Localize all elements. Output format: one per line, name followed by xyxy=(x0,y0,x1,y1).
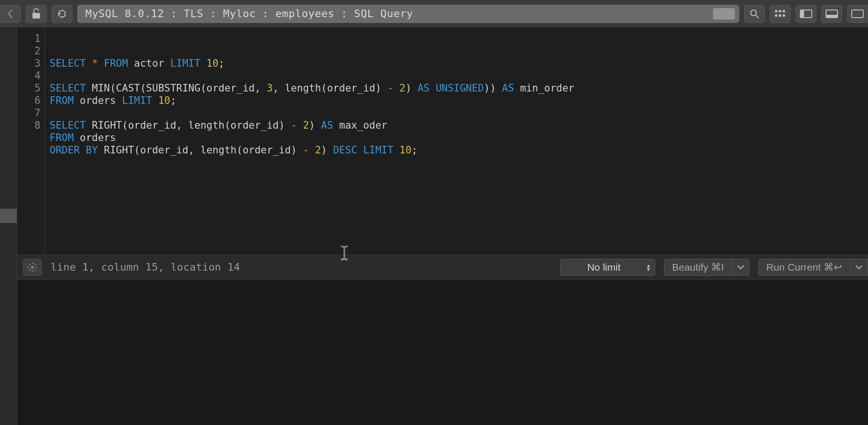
run-current-button[interactable]: Run Current ⌘↩ xyxy=(758,259,850,276)
code-line: SELECT * FROM actor LIMIT 10; xyxy=(50,57,868,70)
run-dropdown-button[interactable] xyxy=(850,259,868,276)
panel-outline-icon xyxy=(851,10,864,18)
line-number: 1 xyxy=(17,32,44,45)
top-toolbar: MySQL 8.0.12 : TLS : Myloc : employees :… xyxy=(0,0,868,28)
code-line: SELECT RIGHT(order_id, length(order_id) … xyxy=(50,119,868,132)
run-label: Run Current ⌘↩ xyxy=(766,262,842,273)
sidebar-item-fragment[interactable] xyxy=(0,209,17,223)
grid-icon xyxy=(775,10,785,18)
line-number: 3 xyxy=(17,57,44,70)
lock-open-icon xyxy=(31,8,41,20)
beautify-button-group: Beautify ⌘I xyxy=(664,259,750,276)
svg-rect-2 xyxy=(775,10,777,12)
svg-rect-5 xyxy=(775,14,777,17)
connection-breadcrumb[interactable]: MySQL 8.0.12 : TLS : Myloc : employees :… xyxy=(77,5,739,23)
svg-rect-4 xyxy=(783,10,785,12)
code-line: FROM orders LIMIT 10; xyxy=(50,94,868,107)
code-line xyxy=(50,70,868,82)
chevron-left-icon xyxy=(7,9,14,19)
breadcrumb-badge xyxy=(713,8,735,20)
beautify-dropdown-button[interactable] xyxy=(732,259,750,276)
stepper-icon: ▲▼ xyxy=(646,263,651,271)
search-button[interactable] xyxy=(744,5,765,23)
row-limit-label: No limit xyxy=(587,262,620,273)
line-number: 8 xyxy=(17,119,44,132)
sql-editor[interactable]: 12345678 SELECT * FROM actor LIMIT 10; S… xyxy=(17,28,868,254)
panel-left-icon xyxy=(800,10,812,18)
panel-left-button[interactable] xyxy=(796,5,816,23)
svg-rect-7 xyxy=(783,14,785,17)
panel-bottom-button[interactable] xyxy=(821,5,842,23)
row-limit-select[interactable]: No limit ▲▼ xyxy=(560,259,655,276)
settings-button[interactable] xyxy=(23,259,42,276)
code-line xyxy=(50,107,868,119)
search-icon xyxy=(749,9,760,19)
left-sidebar: ory e xyxy=(0,28,17,425)
history-back-button[interactable] xyxy=(0,5,21,23)
lock-button[interactable] xyxy=(26,5,47,23)
line-number: 7 xyxy=(17,107,44,119)
chevron-down-icon xyxy=(855,265,863,270)
code-area[interactable]: SELECT * FROM actor LIMIT 10; SELECT MIN… xyxy=(45,28,868,254)
main-area: ory e 12345678 SELECT * FROM actor LIMIT… xyxy=(0,28,868,425)
gear-icon xyxy=(27,262,38,273)
svg-rect-9 xyxy=(800,10,804,18)
editor-statusbar: line 1, column 15, location 14 No limit … xyxy=(17,254,868,279)
line-number: 4 xyxy=(17,70,44,82)
code-line: ORDER BY RIGHT(order_id, length(order_id… xyxy=(50,144,868,156)
panel-right-button[interactable] xyxy=(847,5,868,23)
beautify-button[interactable]: Beautify ⌘I xyxy=(664,259,732,276)
run-button-group: Run Current ⌘↩ xyxy=(758,259,868,276)
beautify-label: Beautify ⌘I xyxy=(672,262,724,273)
svg-rect-6 xyxy=(779,14,781,17)
apps-grid-button[interactable] xyxy=(770,5,791,23)
line-number: 5 xyxy=(17,82,44,94)
line-number: 6 xyxy=(17,94,44,107)
results-pane xyxy=(17,279,868,425)
content-column: 12345678 SELECT * FROM actor LIMIT 10; S… xyxy=(17,28,868,425)
line-number-gutter: 12345678 xyxy=(17,28,45,254)
chevron-down-icon xyxy=(737,265,744,270)
code-line: FROM orders xyxy=(50,132,868,144)
svg-point-13 xyxy=(31,265,34,269)
svg-rect-3 xyxy=(779,10,781,12)
refresh-button[interactable] xyxy=(52,5,72,23)
svg-point-1 xyxy=(751,10,756,16)
cursor-position-text: line 1, column 15, location 14 xyxy=(51,261,551,273)
text-cursor-icon xyxy=(341,221,348,236)
breadcrumb-text: MySQL 8.0.12 : TLS : Myloc : employees :… xyxy=(85,8,413,20)
svg-rect-12 xyxy=(852,10,863,18)
refresh-icon xyxy=(57,9,67,19)
svg-rect-0 xyxy=(32,13,40,19)
panel-bottom-icon xyxy=(826,10,838,18)
code-line: SELECT MIN(CAST(SUBSTRING(order_id, 3, l… xyxy=(50,82,868,94)
line-number: 2 xyxy=(17,45,44,57)
svg-rect-11 xyxy=(826,15,837,18)
